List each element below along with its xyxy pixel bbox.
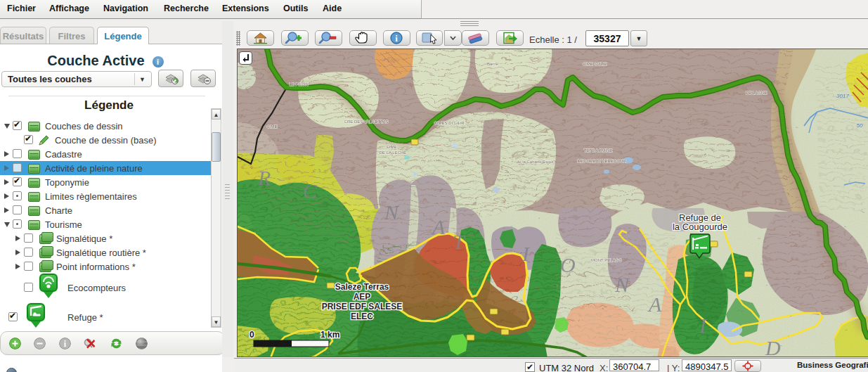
svg-text:i: i bbox=[395, 33, 398, 44]
